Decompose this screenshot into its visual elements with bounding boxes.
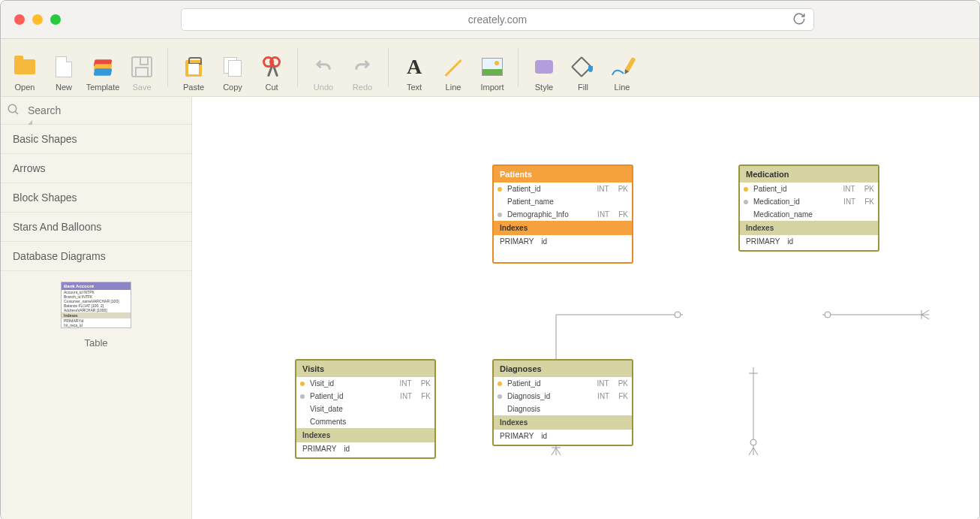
import-button[interactable]: Import [473,56,512,96]
minimize-window-icon[interactable] [32,14,43,25]
key-icon [743,186,749,192]
entity-title: Medication [740,166,878,183]
sidebar-category[interactable]: Stars And Balloons [1,213,191,242]
undo-icon [312,56,335,78]
svg-line-4 [556,448,561,455]
sidebar-category[interactable]: Arrows [1,154,191,183]
entity-column: Patient_name [494,195,632,208]
svg-line-3 [552,448,556,455]
search-bar [1,97,191,125]
index-row: PRIMARYid [494,430,632,445]
paste-button[interactable]: Paste [174,56,213,96]
open-button[interactable]: Open [5,56,44,96]
open-icon [14,56,36,78]
redo-button: Redo [343,56,382,96]
toolbar-label: Line [446,83,461,92]
key-icon [743,199,749,205]
save-icon [131,56,153,78]
indexes-header: Indexes [740,221,878,235]
reload-icon[interactable] [792,12,806,28]
template-icon [92,56,114,78]
key-icon [299,394,305,400]
line2-icon [611,56,633,78]
index-row: PRIMARYid [740,235,878,250]
svg-point-2 [675,312,681,318]
canvas[interactable]: PatientsPatient_idINTPKPatient_nameDemog… [192,97,979,519]
key-icon [497,186,503,192]
style-button[interactable]: Style [525,56,564,96]
line-icon [442,56,464,78]
copy-button[interactable]: Copy [213,56,252,96]
preview-indexes-label: Indexes [62,312,131,318]
address-bar[interactable]: creately.com [181,8,814,31]
entity-column: Visit_date [296,403,434,415]
new-button[interactable]: New [44,56,83,96]
toolbar-label: Line [615,83,630,92]
entity-column: Medication_idINTFK [740,195,878,208]
sidebar-category[interactable]: Block Shapes [1,183,191,213]
entity-column: Patient_idINTPK [740,183,878,195]
line2-button[interactable]: Line [603,56,642,96]
svg-line-1 [15,111,18,114]
key-icon [299,419,305,425]
preview-title: Bank Account [62,282,131,290]
entity-title: Patients [494,166,632,183]
key-icon [743,212,749,218]
entity-column: Demographic_InfoINTFK [494,208,632,221]
entity-column: Patient_idINTFK [296,390,434,403]
entity-medication[interactable]: MedicationPatient_idINTPKMedication_idIN… [738,164,879,252]
indexes-header: Indexes [296,428,434,442]
entity-column: Medication_name [740,208,878,221]
entity-column: Diagnosis_idINTFK [494,390,632,403]
indexes-header: Indexes [494,221,632,235]
key-icon [497,406,503,412]
line-button[interactable]: Line [434,56,473,96]
cut-button[interactable]: Cut [252,56,291,96]
toolbar-label: Copy [223,83,242,92]
svg-point-0 [8,104,17,113]
toolbar-label: Open [15,83,35,92]
toolbar-label: Undo [314,83,333,92]
import-icon [481,56,504,78]
copy-icon [221,56,244,78]
entity-patients[interactable]: PatientsPatient_idINTPKPatient_nameDemog… [492,164,633,264]
svg-point-11 [750,439,756,445]
entity-column: Visit_idINTPK [296,377,434,390]
close-window-icon[interactable] [14,14,25,25]
fill-icon [572,56,594,78]
style-icon [533,56,555,78]
index-row: PRIMARYid [296,442,434,457]
entity-title: Visits [296,361,434,377]
undo-button: Undo [304,56,343,96]
key-icon [299,381,305,387]
key-icon [299,406,305,412]
preview-label: Table [84,337,107,349]
table-shape-thumbnail[interactable]: Bank Account Account_id INTPKBranch_id I… [61,282,131,328]
browser-chrome: creately.com [1,1,979,39]
save-button: Save [122,56,161,96]
toolbar-label: Import [480,83,504,92]
url-text: creately.com [468,14,527,26]
entity-column: Patient_idINTPK [494,377,632,390]
toolbar-label: Style [535,83,553,92]
entity-column: Comments [296,415,434,428]
sidebar-category[interactable]: Basic Shapes [1,125,191,154]
indexes-header: Indexes [494,415,632,430]
search-input[interactable] [26,104,191,117]
key-icon [497,394,503,400]
toolbar-label: Cut [265,83,278,92]
key-icon [497,199,503,205]
text-button[interactable]: AText [395,56,434,96]
svg-point-6 [825,312,831,318]
fill-button[interactable]: Fill [564,56,603,96]
svg-line-8 [921,315,929,319]
maximize-window-icon[interactable] [50,14,61,25]
entity-column: Patient_idINTPK [494,183,632,195]
template-button[interactable]: Template [83,56,122,96]
sidebar: Basic ShapesArrowsBlock ShapesStars And … [1,97,192,519]
svg-line-7 [921,310,929,315]
entity-diagnoses[interactable]: DiagnosesPatient_idINTPKDiagnosis_idINTF… [492,359,633,446]
sidebar-category[interactable]: Database Diagrams [1,242,191,271]
preview-index-row: Int_reca_id [62,323,131,327]
entity-visits[interactable]: VisitsVisit_idINTPKPatient_idINTFKVisit_… [295,359,436,459]
